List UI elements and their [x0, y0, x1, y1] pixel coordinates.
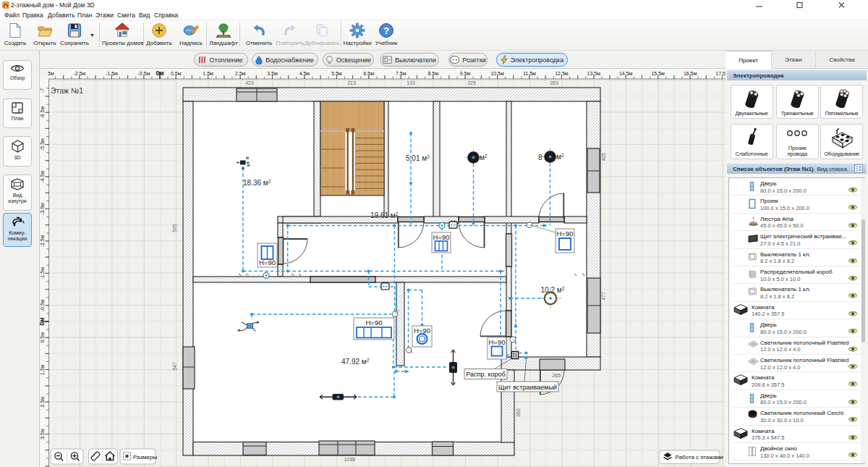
svg-text:-4.5м: -4.5м — [40, 170, 45, 182]
svg-text:15.5м: 15.5м — [651, 71, 665, 76]
svg-text:-2.5м: -2.5м — [73, 71, 85, 76]
svg-text:6.5м: 6.5м — [364, 71, 375, 76]
svg-text:-3.5м: -3.5м — [40, 203, 45, 215]
svg-text:7.5м: 7.5м — [396, 71, 407, 76]
svg-text:H=90: H=90 — [557, 230, 574, 237]
svg-text:-0.5м: -0.5м — [137, 71, 150, 76]
svg-text:-2.5м: -2.5м — [40, 235, 45, 247]
svg-text:225: 225 — [467, 80, 476, 85]
svg-text:11.5м: 11.5м — [523, 71, 536, 76]
svg-text:9.5м: 9.5м — [460, 71, 471, 76]
svg-text:-5.5м: -5.5м — [40, 138, 45, 151]
svg-text:19.61 м2: 19.61 м2 — [370, 211, 399, 219]
svg-text:1.5м: 1.5м — [203, 71, 213, 76]
svg-text:5.01 м2: 5.01 м2 — [406, 154, 430, 162]
svg-text:213: 213 — [347, 80, 356, 85]
svg-text:47.92 м2: 47.92 м2 — [341, 358, 370, 366]
svg-text:1038: 1038 — [344, 457, 355, 462]
svg-text:H=90: H=90 — [414, 327, 430, 335]
svg-text:3.5м: 3.5м — [40, 429, 45, 439]
svg-text:17.5м: 17.5м — [715, 71, 726, 76]
svg-text:1.5м: 1.5м — [40, 364, 45, 375]
svg-text:423: 423 — [245, 80, 254, 85]
svg-text:2.5м: 2.5м — [235, 71, 246, 76]
svg-text:H=90: H=90 — [433, 233, 450, 241]
svg-text:5.5м: 5.5м — [331, 71, 342, 76]
svg-text:Работа с этажами: Работа с этажами — [676, 454, 724, 460]
svg-text:547: 547 — [172, 362, 177, 371]
svg-text:5м: 5м — [48, 71, 54, 76]
svg-text:3.5м: 3.5м — [267, 71, 278, 76]
svg-text:8: 8 — [538, 153, 542, 161]
svg-text:16.5м: 16.5м — [684, 71, 697, 76]
svg-text:14.5м: 14.5м — [619, 71, 633, 76]
svg-text:0.5м: 0.5м — [40, 332, 45, 343]
svg-text:405: 405 — [601, 153, 606, 161]
svg-text:8.5м: 8.5м — [427, 71, 438, 76]
svg-text:477: 477 — [601, 292, 606, 300]
svg-text:?: ? — [383, 25, 389, 36]
svg-text:13.5м: 13.5м — [587, 71, 601, 76]
svg-text:0м: 0м — [156, 70, 163, 77]
svg-text:10.2 м2: 10.2 м2 — [541, 286, 565, 294]
svg-text:-0.5м: -0.5м — [40, 299, 45, 311]
svg-text:-6.5м: -6.5м — [40, 106, 45, 119]
svg-text:133: 133 — [407, 80, 415, 85]
svg-text:-1.5м: -1.5м — [40, 267, 45, 279]
svg-text:Щит встраиваемый: Щит встраиваемый — [498, 384, 557, 391]
svg-text:H=90: H=90 — [489, 338, 506, 346]
svg-text:10.5м: 10.5м — [490, 71, 504, 76]
svg-text:265: 265 — [552, 373, 561, 378]
svg-text:0.5м: 0.5м — [171, 71, 182, 76]
svg-text:18.36 м2: 18.36 м2 — [243, 179, 271, 187]
svg-text:Размеры: Размеры — [133, 454, 157, 460]
svg-text:260: 260 — [516, 408, 521, 417]
svg-text:Распр. короб: Распр. короб — [466, 371, 505, 378]
svg-text:12.5м: 12.5м — [555, 71, 569, 76]
svg-text:Этаж №1: Этаж №1 — [51, 86, 83, 95]
svg-text:0м: 0м — [40, 317, 46, 325]
svg-text:263: 263 — [550, 80, 558, 85]
svg-text:595: 595 — [172, 224, 177, 232]
svg-text:-7: -7 — [40, 88, 45, 93]
svg-text:2.5м: 2.5м — [40, 397, 45, 408]
svg-text:-1.5м: -1.5м — [106, 71, 118, 76]
svg-text:H=90: H=90 — [366, 319, 383, 327]
svg-text:4.5м: 4.5м — [299, 71, 310, 76]
